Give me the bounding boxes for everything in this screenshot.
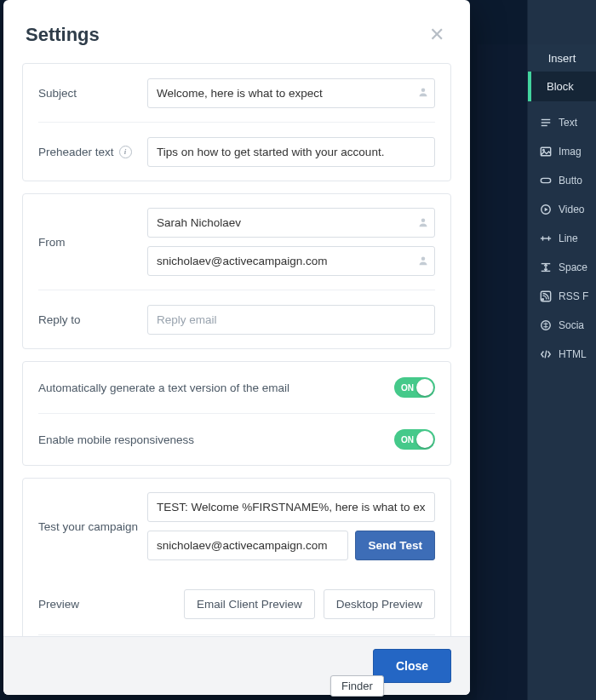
card-subject: Subject Preheader text i <box>22 63 451 181</box>
sidebar-item-rss[interactable]: RSS F <box>528 282 596 311</box>
sidebar-item-image[interactable]: Imag <box>528 137 596 166</box>
sidebar-item-button[interactable]: Butto <box>528 166 596 195</box>
sidebar-item-html[interactable]: HTML <box>528 340 596 369</box>
sidebar-block-tab[interactable]: Block <box>528 72 596 101</box>
from-email-input[interactable] <box>147 246 435 276</box>
svg-line-16 <box>545 351 547 359</box>
modal-body: Subject Preheader text i <box>3 55 470 636</box>
sidebar-item-video[interactable]: Video <box>528 195 596 224</box>
settings-modal: Settings ✕ Subject Preheader text <box>3 0 470 695</box>
email-client-preview-button[interactable]: Email Client Preview <box>184 589 315 619</box>
sidebar-item-label: Socia <box>559 319 584 331</box>
card-from: From Rep <box>22 193 451 349</box>
mobile-responsive-toggle[interactable]: ON <box>394 429 435 450</box>
subject-input[interactable] <box>147 78 435 108</box>
auto-text-label: Automatically generate a text version of… <box>38 382 289 394</box>
text-icon <box>540 117 552 129</box>
sidebar-insert-label: Insert <box>528 44 596 72</box>
svg-point-4 <box>543 149 545 151</box>
close-icon[interactable]: ✕ <box>426 20 448 49</box>
modal-header: Settings ✕ <box>3 0 470 55</box>
sidebar-item-label: RSS F <box>559 290 588 302</box>
rss-icon <box>540 290 552 302</box>
replyto-input[interactable] <box>147 305 435 335</box>
sidebar-item-social[interactable]: Socia <box>528 311 596 340</box>
svg-rect-5 <box>541 178 550 182</box>
spacer-icon <box>540 261 552 273</box>
sidebar-item-label: Space <box>559 261 587 273</box>
from-label: From <box>38 236 147 249</box>
toggle-on-text: ON <box>401 383 414 393</box>
card-toggles: Automatically generate a text version of… <box>22 361 451 466</box>
sidebar-item-spacer[interactable]: Space <box>528 253 596 282</box>
background-strip <box>477 44 528 700</box>
auto-text-toggle[interactable]: ON <box>394 377 435 398</box>
desktop-preview-button[interactable]: Desktop Preview <box>324 589 435 619</box>
sidebar-item-label: Text <box>559 117 577 129</box>
subject-label: Subject <box>38 87 147 100</box>
sidebar-item-label: Video <box>559 204 584 215</box>
preheader-input[interactable] <box>147 137 435 167</box>
test-campaign-label: Test your campaign <box>38 520 147 533</box>
modal-footer: Close <box>3 636 470 695</box>
line-icon <box>540 232 552 244</box>
preheader-label: Preheader text i <box>38 146 147 158</box>
toggle-on-text: ON <box>401 435 414 445</box>
test-email-input[interactable] <box>147 531 348 560</box>
button-icon <box>540 175 552 186</box>
test-subject-input[interactable] <box>147 492 435 522</box>
sidebar-item-label: Butto <box>559 175 582 186</box>
svg-marker-7 <box>545 208 548 211</box>
info-icon[interactable]: i <box>119 146 132 158</box>
sidebar-item-text[interactable]: Text <box>528 108 596 137</box>
send-test-button[interactable]: Send Test <box>355 531 435 560</box>
finder-tooltip: Finder <box>330 675 384 697</box>
social-icon <box>540 319 552 331</box>
blocks-sidebar: Insert Block Text Imag Butto Video Line … <box>527 0 596 700</box>
card-test: Test your campaign Send Test Preview Ema… <box>22 478 451 636</box>
toggle-knob-icon <box>416 379 433 396</box>
from-name-input[interactable] <box>147 208 435 238</box>
mobile-responsive-label: Enable mobile responsiveness <box>38 433 194 446</box>
image-icon <box>540 146 552 158</box>
sidebar-item-label: HTML <box>559 348 587 360</box>
sidebar-item-line[interactable]: Line <box>528 224 596 253</box>
toggle-knob-icon <box>416 431 433 448</box>
replyto-label: Reply to <box>38 313 147 326</box>
sidebar-item-label: Line <box>559 232 578 244</box>
preheader-label-text: Preheader text <box>38 146 114 158</box>
html-icon <box>540 348 552 360</box>
preview-label: Preview <box>38 598 79 611</box>
close-button[interactable]: Close <box>373 649 451 683</box>
sidebar-item-label: Imag <box>559 146 582 158</box>
modal-title: Settings <box>26 24 100 46</box>
video-icon <box>540 204 552 215</box>
